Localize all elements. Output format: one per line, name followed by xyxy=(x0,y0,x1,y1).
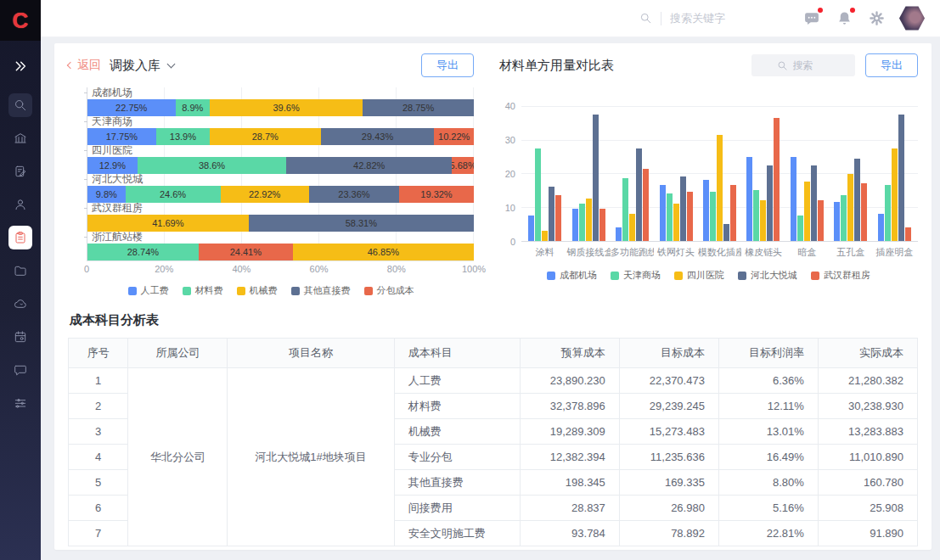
legend-label: 人工费 xyxy=(141,284,169,297)
stacked-bar-segment: 12.9% xyxy=(87,157,138,174)
page-title-dropdown[interactable]: 调拨入库 xyxy=(110,58,174,74)
cell-index: 7 xyxy=(69,521,128,546)
messages-button[interactable] xyxy=(802,9,821,28)
stacked-bar-segment: 38.6% xyxy=(138,157,287,174)
stacked-bar-segment: 24.41% xyxy=(199,244,293,260)
table-body: 1华北分公司河北大悦城1#地块项目人工费23,890.23022,370.473… xyxy=(69,368,918,546)
cell-index: 5 xyxy=(69,470,128,496)
cell-budget-cost: 12,382.394 xyxy=(520,445,619,470)
bar xyxy=(746,157,752,241)
right-chart-header: 材料单方用量对比表 导出 xyxy=(499,53,918,77)
cell-actual-cost: 91.890 xyxy=(818,521,917,546)
stacked-row-label: 浙江航站楼 xyxy=(87,232,474,244)
settings-button[interactable] xyxy=(867,9,886,28)
material-chart-title: 材料单方用量对比表 xyxy=(499,58,614,74)
search-icon xyxy=(14,98,27,112)
avatar[interactable] xyxy=(899,6,925,31)
back-button[interactable]: 返回 xyxy=(68,58,101,73)
sidebar-item-messages[interactable] xyxy=(8,358,32,382)
stacked-bar-segment: 22.92% xyxy=(221,186,309,203)
chevron-left-icon xyxy=(67,62,74,69)
bar xyxy=(555,195,561,241)
search-icon[interactable] xyxy=(639,12,652,25)
sidebar-item-users[interactable] xyxy=(8,193,32,216)
global-search-input[interactable] xyxy=(670,12,763,25)
export-button-left[interactable]: 导出 xyxy=(421,53,474,77)
grouped-legend-item: 武汉群租房 xyxy=(811,269,870,282)
bar xyxy=(586,199,592,241)
legend-swatch xyxy=(611,272,619,280)
cell-budget-cost: 19,289.309 xyxy=(520,419,619,445)
grouped-bar-chart: 010203040 xyxy=(499,106,918,242)
x-category-label: 暗盒 xyxy=(785,246,829,259)
legend-label: 机械费 xyxy=(250,284,278,297)
table-row: 1华北分公司河北大悦城1#地块项目人工费23,890.23022,370.473… xyxy=(69,368,918,394)
stacked-bar-row: 四川医院12.9%38.6%42.82%5.68% xyxy=(87,145,474,174)
bar xyxy=(767,165,773,241)
material-search-input[interactable] xyxy=(793,59,830,71)
message-bubble-icon xyxy=(803,10,820,27)
topbar xyxy=(41,0,940,37)
sidebar-item-files[interactable] xyxy=(8,259,32,283)
transfer-inbound-card: 返回 调拨入库 导出 成都机场22.75%8.9%39.6%28.75%天津商场… xyxy=(68,53,474,297)
grouped-bar-plot xyxy=(521,106,918,242)
bar xyxy=(898,115,904,241)
cell-target-cost: 78.892 xyxy=(619,521,718,546)
grouped-legend-item: 四川医院 xyxy=(674,269,724,282)
stacked-bar-segment: 29.43% xyxy=(321,128,435,145)
stacked-bar-segment: 10.22% xyxy=(434,128,474,145)
sidebar-item-company[interactable] xyxy=(8,126,32,150)
stacked-bar-segment: 17.75% xyxy=(87,128,156,145)
cell-target-margin: 16.49% xyxy=(718,445,818,470)
sidebar-item-documents[interactable] xyxy=(8,160,32,183)
bar xyxy=(629,214,635,241)
sidebar-collapse-button[interactable] xyxy=(13,59,28,76)
app-logo[interactable]: C xyxy=(0,0,41,41)
x-tick-label: 60% xyxy=(310,264,329,274)
bar xyxy=(861,183,867,241)
bar xyxy=(622,178,628,241)
stacked-bar-segment: 58.31% xyxy=(249,215,474,232)
sidebar-item-settings-list[interactable] xyxy=(8,391,32,415)
sidebar-item-search[interactable] xyxy=(8,93,32,117)
x-category-label: 钢质接线盒 xyxy=(566,246,610,259)
bar xyxy=(774,118,780,241)
legend-swatch xyxy=(237,287,245,295)
x-category-label: 涂料 xyxy=(523,246,566,259)
stacked-bar-segment: 13.9% xyxy=(156,128,210,145)
legend-swatch xyxy=(128,287,137,295)
bar xyxy=(854,159,860,241)
stacked-row-label: 四川医院 xyxy=(87,145,474,157)
bar xyxy=(535,148,541,241)
column-header: 实际成本 xyxy=(818,339,917,368)
stacked-bar-segment: 8.9% xyxy=(176,99,210,116)
page-title: 调拨入库 xyxy=(110,58,160,74)
sidebar-item-schedule[interactable] xyxy=(8,325,32,349)
export-button-right[interactable]: 导出 xyxy=(865,53,918,77)
notifications-button[interactable] xyxy=(835,9,853,28)
column-header: 预算成本 xyxy=(520,339,619,368)
bar-group xyxy=(566,106,610,241)
y-tick-label: 40 xyxy=(505,101,515,111)
sidebar-item-cost-analysis[interactable] xyxy=(8,226,32,249)
bar xyxy=(878,214,884,241)
stacked-legend-item: 人工费 xyxy=(128,284,169,297)
y-tick-label: 30 xyxy=(505,135,515,145)
cell-actual-cost: 160.780 xyxy=(818,470,917,496)
cell-actual-cost: 25.908 xyxy=(818,496,917,521)
sidebar-item-cloud[interactable] xyxy=(8,292,32,316)
cell-target-margin: 22.81% xyxy=(718,521,818,546)
column-header: 序号 xyxy=(69,339,128,368)
x-tick-label: 80% xyxy=(387,264,406,274)
search-icon xyxy=(777,60,788,71)
cell-subject: 机械费 xyxy=(394,419,520,445)
cell-budget-cost: 32,378.896 xyxy=(520,394,619,419)
legend-swatch xyxy=(738,272,746,280)
folder-icon xyxy=(14,264,27,277)
stacked-bar-segment: 28.75% xyxy=(363,99,474,116)
column-header: 成本科目 xyxy=(394,339,520,368)
x-tick-label: 100% xyxy=(462,264,486,274)
legend-swatch xyxy=(811,272,819,280)
y-tick-label: 0 xyxy=(510,237,515,247)
stacked-bar: 9.8%24.6%22.92%23.36%19.32% xyxy=(87,186,474,203)
